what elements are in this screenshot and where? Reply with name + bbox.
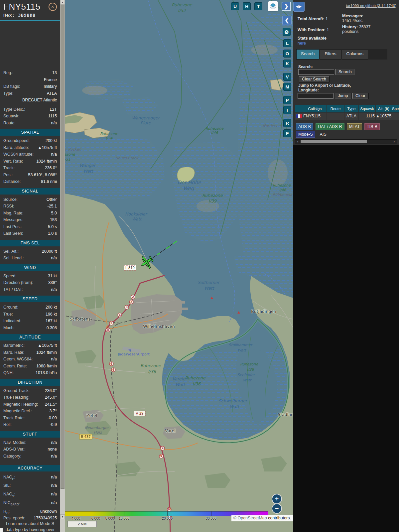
svg-text:6: 6 [110, 362, 112, 365]
sidebar-scrollbar[interactable]: ▲ ▼ [60, 0, 65, 532]
motorway-exit-number: 6 [111, 368, 115, 372]
colorbar-tick [167, 511, 168, 516]
map-button-o[interactable]: O [283, 50, 291, 58]
section-header-signal: SIGNAL [0, 188, 60, 195]
map-button-r[interactable]: R [283, 119, 291, 127]
map-label: I/39 [208, 199, 217, 203]
motorway-exit-number: 9 [161, 446, 165, 450]
table-row[interactable]: FNY5115 ATLA 1115 ▲10575 [295, 113, 399, 120]
callsign-cell[interactable]: FNY5115 [303, 113, 327, 120]
map-button-f[interactable]: F [283, 129, 291, 137]
data-row: Geom. WGS84: n/a [0, 356, 60, 363]
hscrollbar-thumb[interactable] [301, 140, 367, 143]
tab-columns[interactable]: Columns [342, 49, 368, 60]
section-accuracy: NACP: n/a SIL: n/a NACV: n/a NICBARO: n/… [0, 473, 60, 516]
data-row: Ground Track: 236.0° [0, 387, 60, 394]
column-route[interactable]: Route [327, 105, 344, 112]
map-button-k[interactable]: K [283, 60, 291, 67]
motorway-exit-number: 2 [131, 295, 135, 299]
aircraft-list-panel: ◀▶ tar1090 on github (3.14.1740) Total A… [293, 0, 399, 532]
zoom-in-button[interactable]: + [272, 494, 282, 504]
motorway-exit-number: 4 [118, 313, 122, 317]
jump-clear-button[interactable]: Clear [352, 93, 368, 99]
svg-text:6: 6 [112, 368, 114, 371]
scroll-right-icon[interactable]: ▸ [392, 140, 397, 144]
map-label: Watt [237, 348, 246, 352]
layers-button[interactable] [268, 1, 278, 11]
badge-modes: Mode-S [296, 131, 315, 138]
map-button-v[interactable]: V [283, 73, 291, 81]
jump-label-line1: Jump to Airport or Latitude, [298, 83, 351, 88]
map-button-t[interactable]: T [254, 2, 262, 10]
history-stat: History: 35837 positions [342, 25, 370, 34]
road-shield: L 810 [124, 265, 136, 270]
section-stuff: Nav. Modes: n/a ADS-B Ver.: none Categor… [0, 439, 60, 460]
map-button-h[interactable]: H [243, 2, 251, 10]
scroll-up-icon[interactable]: ▲ [60, 0, 65, 5]
table-header: Callsign Route Type Squawk Alt. (ft) Spe… [295, 105, 399, 112]
map-label: Ruhezone [273, 183, 291, 188]
colorbar-tick [211, 511, 211, 516]
map-button-u[interactable]: U [231, 2, 239, 10]
source-legend-row1: ADS-BUAT / ADS-RMLATTIS-B [296, 123, 382, 130]
search-input[interactable] [298, 69, 334, 75]
github-link[interactable]: tar1090 on github (3.14.1740) [346, 4, 396, 8]
motorway-exit-number: 5 [109, 321, 113, 325]
road-shield: B 437 [79, 434, 92, 439]
column-flag[interactable] [295, 105, 303, 112]
column-speed[interactable]: Speed [392, 105, 399, 112]
colorbar-tick [110, 511, 110, 516]
sidebar-expand-button[interactable]: ❯ [282, 2, 291, 11]
column-alt[interactable]: Alt. (ft) [376, 105, 392, 112]
jump-button[interactable]: Jump [335, 93, 351, 99]
search-label: Search: [298, 65, 313, 69]
scroll-left-icon[interactable]: ◂ [295, 140, 300, 144]
scrollbar-thumb[interactable] [61, 5, 65, 489]
map-label: Schortens [70, 317, 91, 322]
map-button-p[interactable]: P [283, 96, 291, 104]
settings-gear-icon[interactable]: ⚙ [283, 28, 291, 36]
data-row: Last Seen: 1.0 s [0, 230, 60, 237]
clear-search-button[interactable]: Clear Search [299, 76, 329, 82]
map-label: Ruhezone [202, 193, 223, 198]
map-label: Butjadingen [251, 309, 276, 314]
map-label: Ruhezone [140, 363, 161, 368]
map-label: Ruhezone [100, 132, 118, 136]
jump-input[interactable] [298, 93, 333, 99]
column-callsign[interactable]: Callsign [303, 105, 327, 112]
table-horizontal-scrollbar[interactable]: ◂ ▸ [295, 139, 397, 144]
aircraft-photo-placeholder [0, 21, 60, 69]
map-label: I/52 [178, 8, 186, 13]
data-row: WGS84 altitude: n/a [0, 151, 60, 158]
zoom-out-button[interactable]: − [272, 503, 282, 514]
map-label: Holz [94, 430, 102, 435]
panel-toggle-icon[interactable]: ◀▶ [293, 2, 305, 12]
map-label: JadeWeserAirport [117, 352, 150, 356]
tab-filters[interactable]: Filters [320, 49, 341, 60]
colorbar-label: 10 000 [119, 516, 129, 520]
data-row: NACP: n/a [0, 473, 60, 482]
close-icon[interactable]: × [49, 3, 57, 11]
aircraft-table: Callsign Route Type Squawk Alt. (ft) Spe… [295, 105, 399, 120]
map-button-l[interactable]: L [283, 39, 291, 47]
sidebar-collapse-button[interactable]: ❮ [282, 16, 292, 25]
stats-here-link[interactable]: here [298, 41, 306, 46]
map-label: Watt [132, 216, 142, 221]
column-type[interactable]: Type [344, 105, 358, 112]
map-label: Weg [183, 186, 195, 192]
map-canvas[interactable]: ✈ RuhezoneI/52WangeroogerPlateRuhezoneI/… [65, 0, 293, 532]
data-row: Category: n/a [0, 453, 60, 460]
tab-search[interactable]: Search [296, 49, 319, 60]
map-button-m[interactable]: M [283, 83, 291, 91]
data-row: Reg.: 13 [0, 69, 60, 76]
column-squawk[interactable]: Squawk [359, 105, 375, 112]
section-spatial: Groundspeed: 200 kt Baro. altitude: ▲105… [0, 137, 60, 185]
map-attribution: © OpenStreetMap contributors. [231, 515, 293, 521]
map-button-i[interactable]: I [283, 106, 291, 114]
map-label: Neues Brack [115, 156, 139, 160]
search-button[interactable]: Search [335, 69, 355, 75]
data-row: Squawk: 1115 [0, 113, 60, 120]
scroll-down-icon[interactable]: ▼ [60, 514, 65, 519]
data-row: Geom. Rate: 1088 ft/min [0, 363, 60, 370]
osm-link[interactable]: © OpenStreetMap [233, 516, 267, 520]
